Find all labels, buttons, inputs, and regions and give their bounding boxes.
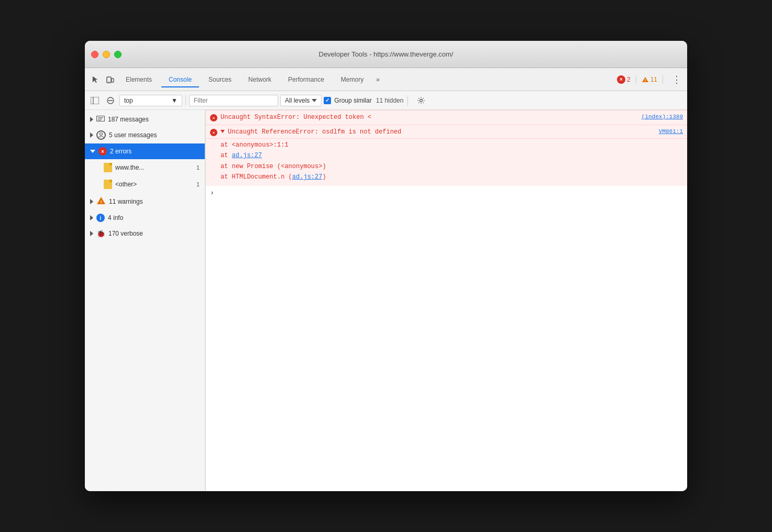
prompt-chevron: ›: [210, 189, 214, 197]
more-tabs-button[interactable]: »: [373, 74, 383, 85]
main-content: 187 messages 5 user messages × 2 errors: [85, 110, 687, 491]
error-icon-sm: ×: [210, 114, 217, 121]
sidebar-label-errors: 2 errors: [110, 148, 131, 155]
sidebar-label-info: 4 info: [108, 214, 123, 221]
window-title: Developer Tools - https://www.theverge.c…: [319, 50, 454, 58]
chevron-down-icon: ▼: [171, 97, 178, 104]
error-location-syntax[interactable]: (index):1389: [642, 114, 683, 120]
count-divider: [636, 75, 636, 84]
tab-elements[interactable]: Elements: [118, 73, 159, 87]
error-icon: ×: [617, 75, 625, 84]
devtools-more-button[interactable]: ⋮: [670, 73, 683, 86]
filter-input[interactable]: [189, 95, 278, 106]
sidebar-item-file-other[interactable]: <other> 1: [85, 176, 205, 193]
warning-count-badge: ! 11: [642, 76, 657, 83]
minimize-button[interactable]: [103, 51, 110, 58]
error-row-syntax[interactable]: × Uncaught SyntaxError: Unexpected token…: [206, 110, 687, 125]
file-count-badge: 1: [196, 164, 200, 171]
sidebar-label-file-other: <other>: [115, 181, 137, 188]
stack-link-ad2[interactable]: ad.js:27: [292, 173, 323, 181]
tab-console[interactable]: Console: [161, 73, 199, 87]
stack-line-1: at <anonymous>:1:1: [220, 140, 683, 150]
clear-console-button[interactable]: [104, 94, 117, 107]
context-selector[interactable]: top ▼: [119, 95, 182, 106]
stack-link-ad1[interactable]: ad.js:27: [232, 152, 262, 159]
file-icon: [104, 180, 112, 189]
error-icon: ×: [98, 147, 107, 156]
messages-icon: [96, 116, 105, 123]
tab-sources[interactable]: Sources: [201, 73, 239, 87]
svg-point-2: [108, 81, 109, 82]
expand-icon: [90, 199, 93, 204]
stack-line-3: at new Promise (<anonymous>): [220, 161, 683, 172]
sidebar-label-user-messages: 5 user messages: [109, 131, 157, 139]
expand-icon: [90, 132, 93, 138]
error-text-syntax: Uncaught SyntaxError: Unexpected token <: [220, 114, 638, 121]
toolbar-separator: [185, 95, 186, 106]
sidebar-label-messages: 187 messages: [108, 116, 149, 123]
sidebar-item-file-www[interactable]: www.the... 1: [85, 159, 205, 176]
svg-text:!: !: [644, 79, 645, 82]
error-row-reference[interactable]: × Uncaught ReferenceError: osdlfm is not…: [206, 125, 687, 139]
sidebar-label-verbose: 170 verbose: [108, 230, 143, 237]
count-divider2: [663, 75, 663, 84]
cursor-icon[interactable]: [89, 73, 102, 86]
svg-marker-9: [312, 99, 317, 102]
sidebar: 187 messages 5 user messages × 2 errors: [85, 110, 205, 491]
close-button[interactable]: [91, 51, 98, 58]
svg-rect-1: [112, 79, 114, 82]
svg-point-10: [420, 99, 423, 102]
collapse-error-icon[interactable]: [220, 130, 225, 133]
sidebar-item-user-messages[interactable]: 5 user messages: [85, 127, 205, 143]
levels-dropdown[interactable]: All levels: [280, 95, 322, 106]
stack-trace: at <anonymous>:1:1 at ad.js:27 at new Pr…: [206, 139, 687, 186]
group-similar-area: Group similar: [324, 97, 371, 104]
file-other-count-badge: 1: [196, 181, 200, 187]
devtools-tab-bar: Elements Console Sources Network Perform…: [85, 68, 687, 91]
info-icon: i: [96, 214, 105, 222]
expand-icon: [90, 231, 93, 236]
toolbar-sep2: [407, 95, 408, 106]
svg-rect-5: [91, 97, 99, 104]
tab-performance[interactable]: Performance: [281, 73, 332, 87]
tab-network[interactable]: Network: [241, 73, 279, 87]
error-text-reference: Uncaught ReferenceError: osdlfm is not d…: [228, 128, 656, 136]
expand-icon: [90, 215, 93, 220]
sidebar-item-messages[interactable]: 187 messages: [85, 112, 205, 127]
console-settings-button[interactable]: [414, 94, 428, 107]
user-icon: [96, 130, 106, 140]
chevron-down-icon: [312, 99, 317, 102]
svg-text:!: !: [101, 199, 102, 204]
sidebar-item-info[interactable]: i 4 info: [85, 210, 205, 226]
error-location-reference[interactable]: VM861:1: [659, 128, 683, 135]
bug-icon: 🐞: [96, 229, 105, 238]
error-count-badge: × 2: [617, 75, 631, 84]
title-bar: Developer Tools - https://www.theverge.c…: [85, 41, 687, 68]
warning-icon: !: [96, 196, 106, 206]
error-icon-sm2: ×: [210, 129, 217, 136]
stack-line-4: at HTMLDocument.n (ad.js:27): [220, 172, 683, 182]
svg-point-15: [100, 133, 103, 136]
sidebar-item-warnings[interactable]: ! 11 warnings: [85, 193, 205, 210]
warning-icon: !: [642, 76, 649, 83]
sidebar-label-file-www: www.the...: [115, 164, 144, 171]
collapse-icon: [90, 150, 95, 153]
sidebar-item-errors[interactable]: × 2 errors: [85, 143, 205, 159]
stack-line-2: at ad.js:27: [220, 150, 683, 161]
console-output[interactable]: × Uncaught SyntaxError: Unexpected token…: [206, 110, 687, 491]
console-toolbar: top ▼ All levels Group similar 11 hidden: [85, 91, 687, 110]
maximize-button[interactable]: [114, 51, 122, 58]
traffic-lights: [91, 51, 122, 58]
group-similar-checkbox[interactable]: [324, 97, 331, 104]
file-icon: [104, 163, 112, 172]
tab-memory[interactable]: Memory: [334, 73, 371, 87]
sidebar-toggle-button[interactable]: [88, 94, 102, 107]
console-input-row[interactable]: ›: [206, 186, 687, 200]
hidden-count: 11 hidden: [376, 97, 404, 104]
devtools-window: Developer Tools - https://www.theverge.c…: [85, 41, 687, 491]
sidebar-item-verbose[interactable]: 🐞 170 verbose: [85, 226, 205, 241]
responsive-icon[interactable]: [104, 73, 116, 86]
sidebar-label-warnings: 11 warnings: [109, 198, 143, 205]
expand-icon: [90, 117, 93, 122]
